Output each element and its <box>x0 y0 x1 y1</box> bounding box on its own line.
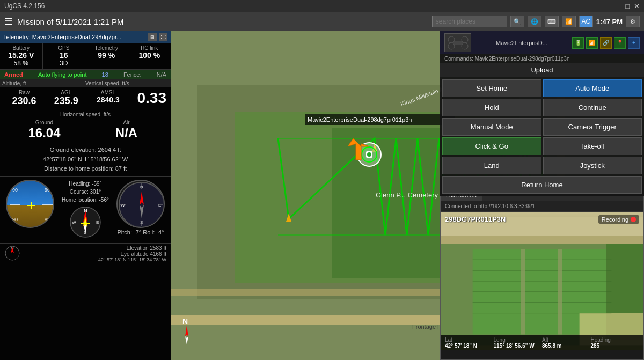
click-go-button[interactable]: Click & Go <box>442 137 541 155</box>
course-text: Course: 301° <box>62 188 109 196</box>
search-input[interactable] <box>432 16 507 27</box>
telemetry-panel: Telemetry: Mavic2EnterpriseDual-298dg7pr… <box>0 31 171 360</box>
signal-icon[interactable]: 📶 <box>562 16 576 27</box>
manual-mode-button[interactable]: Manual Mode <box>442 118 541 136</box>
telem-expand-icon[interactable]: ⛶ <box>159 33 167 41</box>
svg-rect-66 <box>441 236 643 244</box>
recording-label: Recording <box>602 216 628 223</box>
svg-text:W: W <box>72 220 76 225</box>
auto-status: Auto flying to point <box>38 71 87 78</box>
svg-point-61 <box>448 36 455 43</box>
pitch-roll: Pitch: -7° Roll: -4° <box>116 228 165 237</box>
ac-label[interactable]: AC <box>579 16 593 27</box>
video-lat-col: Lat 42° 57' 18" N <box>445 337 494 349</box>
svg-marker-59 <box>185 336 188 344</box>
amsl-value: 2840.3 <box>87 95 129 104</box>
recording-indicator: Recording <box>598 215 639 224</box>
altitude-values: Raw 230.6 AGL 235.9 AMSL 2840.3 <box>0 87 133 109</box>
heading-info: Heading: -59° Course: 301° Home location… <box>62 180 109 204</box>
gps-label: GPS <box>46 45 82 51</box>
heading-compass-group: N S W E Pitch: -7° <box>116 180 165 240</box>
svg-text:90: 90 <box>12 187 18 193</box>
gps-status-icon: 📍 <box>614 37 626 49</box>
telemetry-cell: Telemetry 99 % <box>85 43 128 69</box>
search-icon[interactable]: 🔍 <box>510 16 524 27</box>
coordinates: 42°57'18.06" N 115°18'56.62" W <box>4 155 166 165</box>
telem-header: Telemetry: Mavic2EnterpriseDual-298dg7pr… <box>0 31 171 43</box>
video-heading-value: 285 <box>591 343 640 349</box>
agl-value: 235.9 <box>45 95 87 107</box>
main-toolbar: ☰ Mission of 5/11/2021 1:21 PM 🔍 🌐 ⌨ 📶 A… <box>0 12 644 31</box>
vert-speed-display: 0.33 <box>133 87 171 109</box>
rc-label: RC link <box>131 45 168 51</box>
distance-home: Distance to home position: 87 ft <box>4 164 166 174</box>
telem-grid: Battery 15.26 V 58 % GPS 16 3D Telemetry… <box>0 43 171 70</box>
ground-value: 16.04 <box>3 126 85 141</box>
armed-status: Armed <box>4 71 23 78</box>
fence-label: Fence: <box>123 71 142 78</box>
svg-text:E: E <box>96 220 99 225</box>
horizon-svg: 90 90 90 90 <box>7 181 54 228</box>
content-area: Telemetry: Mavic2EnterpriseDual-298dg7pr… <box>0 31 644 360</box>
set-home-button[interactable]: Set Home <box>442 79 541 97</box>
camera-trigger-button[interactable]: Camera Trigger <box>543 118 642 136</box>
telem-grid-icon[interactable]: ⊞ <box>148 33 157 41</box>
svg-point-63 <box>448 43 455 49</box>
svg-point-64 <box>462 43 468 49</box>
ground-elevation: Ground elevation: 2604.4 ft <box>4 145 166 155</box>
keyboard-icon[interactable]: ⌨ <box>545 16 559 27</box>
video-frame: 298DG7PR011P3N Recording Lat 42° 57' 18"… <box>441 212 643 350</box>
settings-icon[interactable]: ⚙ <box>626 16 640 27</box>
horiz-header: Horizontal speed, ft/s <box>3 112 167 117</box>
minimize-button[interactable]: − <box>617 2 621 10</box>
recording-dot <box>631 217 636 222</box>
heading-info-group: Heading: -59° Course: 301° Home location… <box>62 180 109 240</box>
hold-button[interactable]: Hold <box>442 99 541 116</box>
battery-status-icon: 🔋 <box>572 37 584 49</box>
map-compass-indicator: N <box>4 245 20 262</box>
drone-status-icons: 🔋 📶 🔗 📍 + <box>572 37 640 49</box>
air-speed-col: Air N/A <box>85 120 167 141</box>
land-button[interactable]: Land <box>442 157 541 174</box>
altitude-row: Raw 230.6 AGL 235.9 AMSL 2840.3 0.33 <box>0 87 171 109</box>
north-indicator: N <box>176 318 197 347</box>
joystick-button[interactable]: Joystick <box>543 157 642 174</box>
maximize-button[interactable]: □ <box>625 2 630 10</box>
battery-percent: 58 % <box>3 60 39 67</box>
pitch-value: Pitch: -7° <box>117 229 141 236</box>
gps-type: 3D <box>46 60 82 67</box>
video-heading-label: Heading <box>591 337 640 343</box>
continue-button[interactable]: Continue <box>543 99 642 116</box>
video-bottom-bar: Lat 42° 57' 18" N Long 115° 18' 56.6" W … <box>441 335 643 350</box>
vert-speed-value: 0.33 <box>137 90 167 107</box>
map-lon: 115° 18' 34.78" W <box>128 257 166 262</box>
add-drone-icon[interactable]: + <box>628 37 640 49</box>
auto-mode-button[interactable]: Auto Mode <box>543 79 642 97</box>
telemetry-label: Telemetry <box>89 45 125 51</box>
close-button[interactable]: ✕ <box>634 2 640 10</box>
air-label: Air <box>85 120 167 126</box>
aerial-svg <box>441 212 643 350</box>
rc-cell: RC link 100 % <box>128 43 171 69</box>
drone-name-label: Mavic2EnterprisD... <box>496 40 547 46</box>
map-area[interactable]: Mavic2EnterpriseDual-298dg7pr011p3n Glen… <box>171 31 644 360</box>
amsl-label: AMSL <box>87 90 129 95</box>
video-lon-col: Long 115° 18' 56.6" W <box>494 337 543 349</box>
svg-text:90: 90 <box>45 187 50 193</box>
amsl-alt: AMSL 2840.3 <box>87 90 129 107</box>
svg-point-47 <box>367 152 371 157</box>
video-connection: Connected to http://192.10.6.3:3339/1 <box>441 201 643 212</box>
upload-title: Upload <box>440 63 644 77</box>
telem-title: Telemetry: Mavic2EnterpriseDual-298dg7pr… <box>3 34 121 40</box>
map-coords: 42° 57' 18" N 115° 18' 34.78" W <box>98 257 166 262</box>
agl-label: AGL <box>45 90 87 95</box>
globe-icon[interactable]: 🌐 <box>528 16 541 27</box>
telem-header-icons: ⊞ ⛶ <box>148 33 167 41</box>
commands-grid: Set Home Auto Mode Hold Continue Manual … <box>440 77 644 196</box>
eye-alt-label: Eye altitude 4166 ft <box>98 251 166 257</box>
menu-icon[interactable]: ☰ <box>4 16 13 27</box>
takeoff-button[interactable]: Take-off <box>543 137 642 155</box>
return-home-button[interactable]: Return Home <box>442 176 642 194</box>
horiz-grid: Ground 16.04 Air N/A <box>3 120 167 141</box>
agl-alt: AGL 235.9 <box>45 90 87 107</box>
